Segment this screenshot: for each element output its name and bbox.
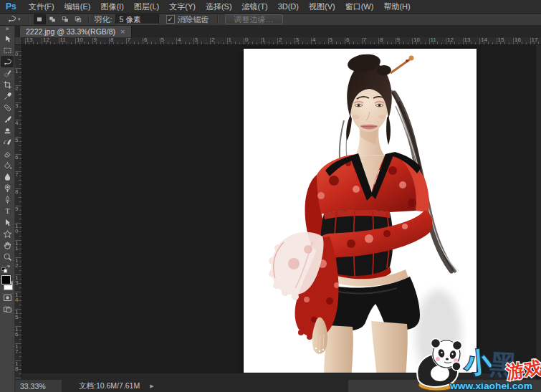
h-ruler-label: 10 — [413, 37, 420, 43]
v-ruler-label: 1 — [15, 70, 21, 75]
screen-mode-button[interactable] — [1, 303, 14, 315]
h-ruler-label: 1 — [262, 37, 265, 43]
h-ruler-label: 5 — [161, 37, 164, 43]
h-ruler-label: 12 — [43, 37, 49, 43]
h-ruler-label: 17 — [532, 37, 538, 43]
h-ruler-label: 4 — [178, 37, 181, 43]
tool-eraser[interactable] — [1, 148, 14, 159]
tool-quick-select[interactable] — [1, 67, 14, 79]
h-ruler-label: 14 — [481, 37, 487, 43]
sel-sub-button[interactable] — [59, 14, 72, 24]
watermark-url: www.xiaohei.com — [449, 381, 532, 391]
quick-mask-button[interactable] — [1, 292, 14, 303]
tool-zoom[interactable] — [1, 251, 14, 262]
refine-edge-button[interactable]: 调整边缘… — [225, 14, 283, 24]
tool-crop[interactable] — [1, 79, 14, 90]
feather-input[interactable]: 5 像素 — [115, 14, 159, 24]
menu-item-3[interactable]: 图层(L) — [129, 0, 164, 13]
v-ruler-label: 4 — [15, 121, 21, 126]
h-ruler-label: 7 — [363, 37, 366, 43]
menu-item-10[interactable]: 帮助(H) — [378, 0, 415, 13]
tool-preset-button[interactable]: ▾ — [0, 14, 25, 25]
menu-item-0[interactable]: 文件(F) — [24, 0, 59, 13]
menu-item-1[interactable]: 编辑(E) — [59, 0, 96, 13]
antialias-label: 消除锯齿 — [178, 14, 209, 25]
site-watermark: 小 黑 游戏 www.xiaohei.com — [408, 336, 541, 392]
menu-bar-items: 文件(F)编辑(E)图像(I)图层(L)文字(Y)选择(S)滤镜(T)3D(D)… — [24, 0, 416, 13]
v-ruler-label: 15 — [15, 310, 21, 320]
h-ruler-label: 6 — [144, 37, 147, 43]
sel-int-button[interactable] — [72, 14, 85, 24]
tool-hand[interactable] — [1, 239, 14, 251]
document-tab-bar: 2222.jpg @ 33.3%(RGB/8) × — [15, 26, 541, 37]
tool-marquee[interactable] — [1, 44, 14, 56]
sel-add-button[interactable] — [47, 14, 59, 24]
tools-panel: » T — [0, 26, 15, 392]
tool-pen[interactable] — [1, 193, 14, 205]
pasteboard — [21, 45, 536, 373]
tool-dodge[interactable] — [1, 182, 14, 193]
v-ruler-label: 14 — [15, 293, 21, 302]
tool-paint-bucket[interactable] — [1, 159, 14, 171]
menu-item-5[interactable]: 选择(S) — [201, 0, 237, 13]
document-info-text: 文档:10.6M/7.61M — [79, 381, 140, 391]
tool-move[interactable] — [1, 33, 14, 44]
sel-new-button[interactable] — [34, 14, 46, 24]
chevron-down-icon: ▾ — [18, 16, 21, 22]
tool-blur[interactable] — [1, 171, 14, 182]
menu-item-8[interactable]: 视图(V) — [304, 0, 340, 13]
document-canvas[interactable] — [244, 49, 477, 373]
photoshop-logo: Ps — [0, 1, 24, 11]
tool-healing-brush[interactable] — [1, 102, 14, 113]
tool-eyedropper[interactable] — [1, 90, 14, 102]
vertical-scrollbar[interactable] — [535, 45, 541, 373]
head — [346, 52, 413, 145]
tool-brush[interactable] — [1, 113, 14, 125]
v-ruler-label: 3 — [15, 104, 21, 109]
h-ruler-label: 5 — [330, 37, 332, 43]
tool-path-select[interactable] — [1, 216, 14, 228]
tool-lasso[interactable] — [1, 56, 14, 67]
tool-custom-shape[interactable] — [1, 228, 14, 239]
v-ruler-label: 16 — [15, 328, 21, 337]
close-tab-icon[interactable]: × — [120, 28, 125, 35]
tool-history-brush[interactable] — [1, 136, 14, 148]
h-ruler-label: 3 — [195, 37, 198, 43]
v-ruler-label: 17 — [15, 345, 21, 354]
h-ruler-label: 4 — [312, 37, 315, 43]
menu-item-6[interactable]: 滤镜(T) — [237, 0, 273, 13]
menu-item-9[interactable]: 窗口(W) — [340, 0, 379, 13]
vertical-ruler[interactable]: 012345678910111213141516171819 — [14, 45, 22, 379]
zoom-level-field[interactable]: 33.33% — [15, 382, 62, 391]
h-ruler-label: 13 — [464, 37, 471, 43]
h-ruler-label: 9 — [94, 37, 97, 43]
h-ruler-label: 10 — [77, 37, 83, 43]
document-tab[interactable]: 2222.jpg @ 33.3%(RGB/8) × — [20, 26, 132, 37]
watermark-brand-suffix: 游戏 — [504, 357, 541, 382]
menu-item-2[interactable]: 图像(I) — [95, 0, 128, 13]
default-swap-colors-icon[interactable] — [1, 264, 14, 274]
h-ruler-label: 0 — [245, 37, 248, 43]
h-ruler-label: 8 — [110, 37, 113, 43]
document-tab-title: 2222.jpg @ 33.3%(RGB/8) — [26, 27, 115, 36]
h-ruler-label: 13 — [27, 37, 33, 43]
menu-item-4[interactable]: 文字(Y) — [164, 0, 201, 13]
h-ruler-label: 6 — [346, 37, 349, 43]
horizontal-ruler[interactable]: 1312111098765432101234567891011121314151… — [14, 37, 541, 45]
v-ruler-label: 2 — [15, 87, 21, 92]
status-options-arrow-icon[interactable]: ▶ — [150, 383, 153, 389]
tool-clone-stamp[interactable] — [1, 125, 14, 136]
v-ruler-label: 0 — [15, 52, 21, 57]
h-ruler-label: 8 — [380, 37, 383, 43]
tool-type[interactable]: T — [1, 205, 14, 216]
foreground-color-swatch[interactable] — [1, 275, 11, 285]
v-ruler-label: 6 — [15, 156, 21, 161]
menu-item-7[interactable]: 3D(D) — [273, 0, 304, 13]
menu-bar: Ps 文件(F)编辑(E)图像(I)图层(L)文字(Y)选择(S)滤镜(T)3D… — [0, 0, 541, 14]
photoshop-window: Ps 文件(F)编辑(E)图像(I)图层(L)文字(Y)选择(S)滤镜(T)3D… — [0, 0, 541, 392]
h-ruler-label: 7 — [128, 37, 130, 43]
antialias-checkbox[interactable]: ✓ 消除锯齿 — [166, 14, 209, 25]
v-ruler-label: 8 — [15, 190, 21, 195]
ruler-origin-box[interactable] — [14, 37, 22, 45]
collapse-panel-button[interactable]: » — [0, 26, 14, 33]
